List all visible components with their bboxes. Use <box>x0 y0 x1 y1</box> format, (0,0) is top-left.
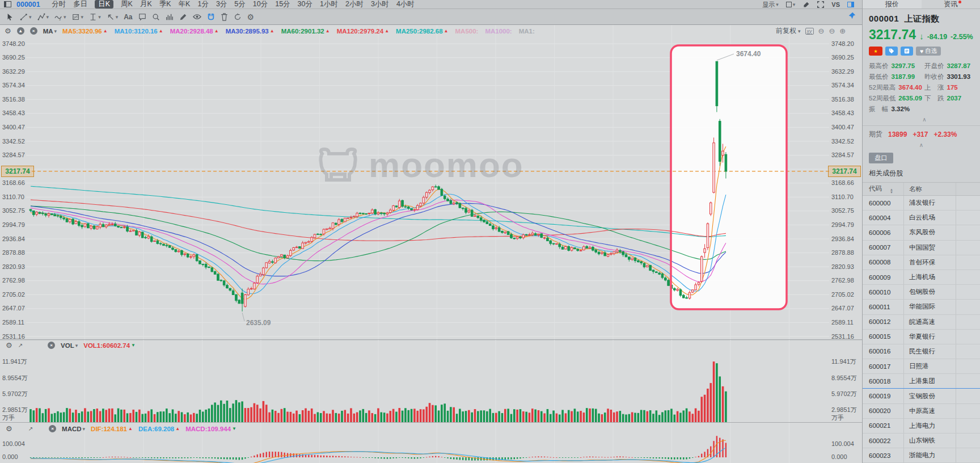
add-favorite-button[interactable]: ♥自选 <box>916 47 941 56</box>
timeframe-tab-日K[interactable]: 日K <box>95 0 113 9</box>
layout-split-icon[interactable] <box>4 1 11 7</box>
volume-dropdown[interactable]: VOL▾ <box>61 342 78 349</box>
zoom-reset-icon[interactable]: ⊖ <box>829 27 835 35</box>
timeframe-tab-3小时[interactable]: 3小时 <box>371 0 389 9</box>
stock-row-600010[interactable]: 600010包钢股份 <box>863 285 980 300</box>
stock-row-600021[interactable]: 600021上海电力 <box>863 419 980 433</box>
trendline-icon[interactable]: ▾ <box>20 13 32 21</box>
collapse-details-icon[interactable]: ∧ <box>869 117 980 123</box>
polyline-icon[interactable]: ▾ <box>37 13 49 21</box>
stock-row-600006[interactable]: 600006东风股份 <box>863 225 980 240</box>
y-axis-label: 3284.57 <box>2 151 25 158</box>
macd-close-icon[interactable]: × <box>49 425 56 432</box>
stock-row-600017[interactable]: 600017日照港 <box>863 359 980 374</box>
arrow-icon[interactable]: ▾ <box>107 13 119 21</box>
timeframe-tab-30分[interactable]: 30分 <box>298 0 312 9</box>
sort-icon[interactable]: ▲▼ <box>890 188 893 194</box>
macd-settings-icon[interactable]: ⚙ <box>6 424 12 433</box>
pattern-icon[interactable] <box>166 13 174 21</box>
volume-axis-label: 11.941万 <box>2 358 27 365</box>
stock-row-600019[interactable]: 600019宝钢股份 <box>863 389 980 403</box>
cursor-icon[interactable] <box>6 13 14 21</box>
collapse-futures-icon[interactable]: ∧ <box>863 142 980 148</box>
stock-row-600015[interactable]: 600015华夏银行 <box>863 330 980 344</box>
eye-icon[interactable] <box>193 13 201 20</box>
magnet-icon[interactable] <box>207 13 215 21</box>
macd-header: ⚙ ↗ × MACD▾ DIF:124.181▲ DEA:69.208▲ MAC… <box>6 424 236 433</box>
futures-change: +317 <box>913 131 928 138</box>
volume-expand-icon[interactable]: ↗ <box>18 342 23 348</box>
trash-icon[interactable] <box>221 13 228 21</box>
volume-settings-icon[interactable]: ⚙ <box>6 341 12 350</box>
candlestick-chart[interactable]: 3674.402635.093748.203748.203690.253690.… <box>0 0 862 463</box>
timeframe-tab-季K[interactable]: 季K <box>159 0 171 9</box>
gann-icon[interactable]: ▾ <box>72 13 84 21</box>
settings-icon[interactable]: ⚙ <box>247 12 255 22</box>
timeframe-tab-5分[interactable]: 5分 <box>234 0 245 9</box>
stock-row-600008[interactable]: 600008首创环保 <box>863 255 980 270</box>
axis-settings-icon[interactable]: xy <box>805 28 814 35</box>
y-axis-label: 2705.02 <box>831 291 854 298</box>
display-menu[interactable]: 显示▾ <box>762 1 779 9</box>
zoom-out-icon[interactable]: ⊖ <box>818 27 825 35</box>
font-icon[interactable]: Aa <box>124 13 132 21</box>
y-axis-label: 3052.75 <box>831 207 854 214</box>
timeframe-tab-2小时[interactable]: 2小时 <box>345 0 364 9</box>
stock-row-600000[interactable]: 600000浦发银行 <box>863 196 980 211</box>
tab-quote[interactable]: 报价 <box>863 0 922 9</box>
stock-row-600022[interactable]: 600022山东钢铁 <box>863 433 980 448</box>
wave-icon[interactable]: 3▾ <box>54 13 66 21</box>
futures-change-pct: +2.33% <box>933 131 957 138</box>
stock-row-600007[interactable]: 600007中国国贸 <box>863 241 980 255</box>
timeframe-tab-月K[interactable]: 月K <box>140 0 152 9</box>
stock-row-600016[interactable]: 600016民生银行 <box>863 344 980 359</box>
tab-news[interactable]: 资讯 <box>922 0 980 9</box>
zoom-in-icon[interactable]: ⊕ <box>839 27 846 35</box>
table-header[interactable]: 代码▲▼ 名称 <box>863 183 980 196</box>
timeframe-tab-多日[interactable]: 多日 <box>73 0 87 9</box>
frame-style-menu[interactable]: ▾ <box>786 2 796 7</box>
macd-dropdown[interactable]: MACD▾ <box>62 426 85 432</box>
macd-axis-label: 100.004 <box>2 440 25 447</box>
timeframe-tab-周K[interactable]: 周K <box>121 0 133 9</box>
timeframe-tab-10分[interactable]: 10分 <box>253 0 268 9</box>
quote-detail-row: 最低价3187.99昨收价3301.93 <box>869 71 980 82</box>
indicator-close-icon[interactable]: × <box>30 27 37 35</box>
macd-axis-label: 0.000 <box>831 453 847 460</box>
stock-row-600023[interactable]: 600023浙能电力 <box>863 448 980 463</box>
stock-row-600004[interactable]: 600004白云机场 <box>863 211 980 225</box>
stock-row-600011[interactable]: 600011华能国际 <box>863 300 980 314</box>
fullscreen-icon[interactable] <box>817 1 824 8</box>
macd-expand-icon[interactable]: ↗ <box>28 426 33 432</box>
macd-axis-label: 100.004 <box>831 440 854 447</box>
tag-icon[interactable] <box>885 47 898 56</box>
stock-row-600018[interactable]: 600018上港集团 <box>863 374 980 389</box>
adjust-dropdown[interactable]: 前复权▾ <box>776 26 801 36</box>
tab-pankou[interactable]: 盘口 <box>869 153 893 163</box>
side-panel-toggle-icon[interactable] <box>847 2 854 7</box>
stock-row-600020[interactable]: 600020中原高速 <box>863 404 980 419</box>
pencil-icon[interactable] <box>179 13 187 21</box>
stock-row-600012[interactable]: 600012皖通高速 <box>863 315 980 330</box>
indicator-up-icon[interactable]: ▲ <box>17 27 24 35</box>
brush-icon[interactable] <box>802 1 810 9</box>
timeframe-tab-3分[interactable]: 3分 <box>216 0 227 9</box>
report-icon[interactable] <box>901 47 913 56</box>
stock-row-600009[interactable]: 600009上海机场 <box>863 270 980 285</box>
volume-close-icon[interactable]: × <box>48 342 55 349</box>
timeframe-tab-15分[interactable]: 15分 <box>275 0 290 9</box>
ma-dropdown[interactable]: MA▾ <box>43 28 57 35</box>
comment-icon[interactable] <box>138 13 146 21</box>
search-icon[interactable] <box>152 13 160 21</box>
timeframe-tab-1分[interactable]: 1分 <box>197 0 208 9</box>
pin-icon[interactable] <box>848 11 856 22</box>
timeframe-tab-分时[interactable]: 分时 <box>52 0 66 9</box>
indicator-settings-icon[interactable]: ⚙ <box>5 27 11 35</box>
volume-axis-label: 2.9851万 <box>2 406 28 413</box>
timeframe-tab-1小时[interactable]: 1小时 <box>320 0 338 9</box>
refresh-icon[interactable] <box>234 13 242 21</box>
timeframe-tab-4小时[interactable]: 4小时 <box>396 0 415 9</box>
text-height-icon[interactable]: ▾ <box>89 13 101 21</box>
timeframe-tab-年K[interactable]: 年K <box>179 0 191 9</box>
vs-compare-button[interactable]: VS <box>831 1 840 8</box>
